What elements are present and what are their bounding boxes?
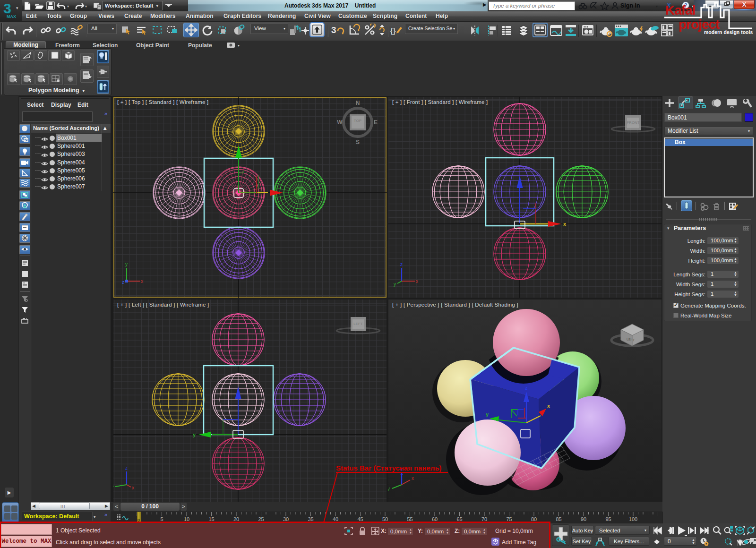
svg-text:LEFT: LEFT	[353, 322, 363, 326]
svg-text:y: y	[486, 411, 489, 417]
svg-text:N: N	[356, 100, 360, 106]
svg-text:{}: {}	[390, 26, 396, 35]
svg-text:x: x	[141, 279, 143, 284]
svg-text:S: S	[356, 139, 360, 146]
svg-text:y: y	[125, 262, 128, 267]
svg-text:modern design tools: modern design tools	[704, 29, 753, 35]
svg-text:100: 100	[629, 516, 637, 522]
svg-text:y: y	[394, 282, 396, 287]
svg-text:x: x	[416, 279, 418, 284]
svg-text:y: y	[193, 432, 196, 437]
svg-text:z: z	[125, 465, 128, 471]
svg-text:z: z	[525, 385, 528, 391]
svg-text:x: x	[547, 403, 550, 409]
svg-text:z: z	[122, 280, 124, 285]
svg-text:FRONT: FRONT	[627, 120, 640, 125]
svg-text:95: 95	[605, 516, 611, 522]
svg-text:y: y	[113, 484, 114, 489]
svg-text:y: y	[388, 486, 390, 491]
svg-text:TOP: TOP	[354, 119, 361, 123]
svg-text:E: E	[374, 119, 378, 126]
svg-text:3: 3	[331, 25, 336, 35]
svg-text:x: x	[132, 485, 134, 490]
svg-text:z: z	[400, 262, 403, 267]
svg-text:90: 90	[581, 516, 586, 522]
svg-text:W: W	[337, 119, 343, 126]
svg-text:x: x	[412, 476, 414, 481]
svg-text:85: 85	[556, 516, 561, 522]
svg-text:x: x	[563, 221, 567, 227]
svg-text:Kafal: Kafal	[665, 3, 695, 17]
